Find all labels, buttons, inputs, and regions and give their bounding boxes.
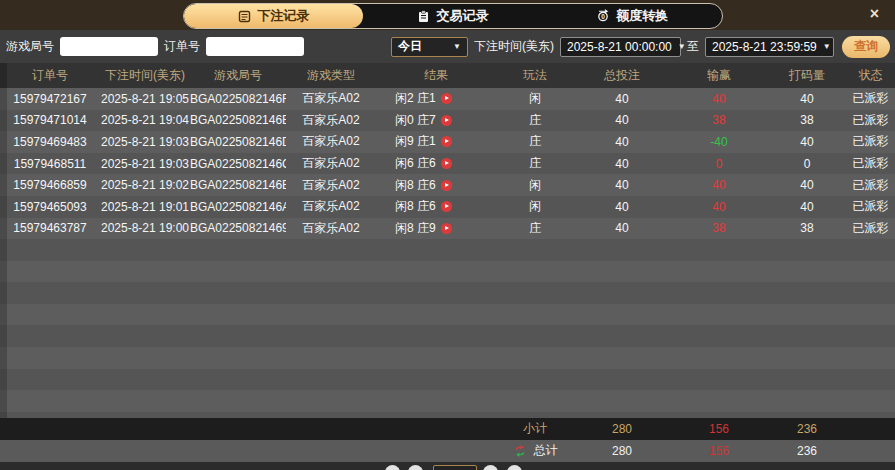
play-icon[interactable] [441, 201, 452, 212]
play-type-cell: 闲 [496, 90, 574, 107]
column-header: 结果 [376, 67, 496, 84]
bet-time-cell: 2025-8-21 19:03 [100, 135, 190, 149]
play-icon[interactable] [441, 223, 452, 234]
subtotal-win: 156 [670, 422, 768, 436]
turnover-cell: 40 [768, 135, 846, 149]
close-icon[interactable]: × [870, 6, 879, 22]
result-cell: 闲0 庄7 [376, 112, 496, 129]
tab-bar: 下注记录 交易记录 0 额度转换 [183, 3, 723, 29]
tab-betting-records[interactable]: 下注记录 [184, 4, 363, 28]
search-button[interactable]: 查询 [842, 36, 890, 58]
refresh-icon[interactable] [513, 444, 527, 458]
subtotal-turnover: 236 [768, 422, 846, 436]
status-badge: 已派彩 [846, 220, 895, 237]
game-type-cell: 百家乐A02 [286, 198, 376, 215]
order-no-input[interactable] [206, 37, 304, 56]
game-type-cell: 百家乐A02 [286, 177, 376, 194]
play-icon[interactable] [441, 180, 452, 191]
turnover-cell: 40 [768, 178, 846, 192]
pagination-first-button[interactable] [385, 465, 400, 470]
game-type-cell: 百家乐A02 [286, 220, 376, 237]
order-no-cell: 15979472167 [0, 92, 100, 106]
status-badge: 已派彩 [846, 155, 895, 172]
column-header: 状态 [846, 67, 895, 84]
table-row: 15979468511 2025-8-21 19:03 BGA022508214… [0, 153, 895, 175]
win-loss-cell: 38 [670, 221, 768, 235]
play-type-cell: 闲 [496, 198, 574, 215]
pagination-next-button[interactable] [483, 465, 498, 470]
ledger-icon [238, 10, 251, 23]
result-text: 闲9 庄1 [395, 133, 436, 150]
game-round-label: 游戏局号 [6, 38, 54, 55]
tab-credit-exchange[interactable]: 0 额度转换 [543, 4, 722, 28]
game-type-cell: 百家乐A02 [286, 133, 376, 150]
play-icon[interactable] [441, 93, 452, 104]
total-bet-cell: 40 [574, 200, 670, 214]
chevron-down-icon: ▼ [823, 42, 831, 51]
time-from-picker[interactable]: 2025-8-21 00:00:00 ▼ [560, 37, 681, 57]
play-icon[interactable] [441, 136, 452, 147]
result-cell: 闲8 庄6 [376, 177, 496, 194]
order-no-cell: 15979471014 [0, 113, 100, 127]
table-row: 15979472167 2025-8-21 19:05 BGA022508214… [0, 88, 895, 110]
top-bar: 下注记录 交易记录 0 额度转换 × [0, 0, 895, 30]
table-row: 15979465093 2025-8-21 19:01 BGA022508214… [0, 196, 895, 218]
game-type-cell: 百家乐A02 [286, 112, 376, 129]
filter-bar: 游戏局号 订单号 今日 ▼ 下注时间(美东) 2025-8-21 00:00:0… [0, 30, 895, 63]
pagination-last-button[interactable] [507, 465, 522, 470]
pagination-prev-button[interactable] [408, 465, 423, 470]
total-bet-cell: 40 [574, 92, 670, 106]
order-no-cell: 15979469483 [0, 135, 100, 149]
win-loss-cell: 40 [670, 92, 768, 106]
time-to-value: 2025-8-21 23:59:59 [712, 40, 817, 54]
order-no-cell: 15979463787 [0, 221, 100, 235]
order-no-cell: 15979468511 [0, 157, 100, 171]
play-icon[interactable] [441, 158, 452, 169]
bet-time-cell: 2025-8-21 19:00 [100, 221, 190, 235]
play-type-cell: 庄 [496, 155, 574, 172]
date-range-select[interactable]: 今日 ▼ [391, 37, 468, 57]
total-bet-cell: 40 [574, 113, 670, 127]
time-to-picker[interactable]: 2025-8-21 23:59:59 ▼ [705, 37, 834, 57]
pagination-bar [0, 462, 895, 470]
result-text: 闲0 庄7 [395, 112, 436, 129]
total-row: 总计 280 156 236 [0, 440, 895, 462]
subtotal-row: 小计 280 156 236 [0, 418, 895, 440]
column-header: 输赢 [670, 67, 768, 84]
column-header: 订单号 [0, 67, 100, 84]
total-bet-cell: 40 [574, 135, 670, 149]
column-header: 游戏局号 [190, 67, 286, 84]
betting-records-window: 下注记录 交易记录 0 额度转换 × [0, 0, 895, 470]
date-range-value: 今日 [398, 38, 422, 55]
subtotal-bet: 280 [574, 422, 670, 436]
result-cell: 闲6 庄6 [376, 155, 496, 172]
pagination-page-input[interactable] [433, 465, 477, 470]
game-round-cell: BGA0225082146B [190, 178, 286, 192]
svg-text:0: 0 [602, 13, 606, 20]
win-loss-cell: 40 [670, 200, 768, 214]
bet-time-cell: 2025-8-21 19:01 [100, 200, 190, 214]
table-row: 15979466859 2025-8-21 19:02 BGA022508214… [0, 174, 895, 196]
to-label: 至 [687, 38, 699, 55]
game-round-input[interactable] [60, 37, 158, 56]
bet-time-cell: 2025-8-21 19:03 [100, 157, 190, 171]
chevron-down-icon: ▼ [678, 42, 686, 51]
turnover-cell: 40 [768, 200, 846, 214]
status-badge: 已派彩 [846, 133, 895, 150]
column-header: 下注时间(美东) [100, 67, 190, 84]
win-loss-cell: 40 [670, 178, 768, 192]
order-no-cell: 15979465093 [0, 200, 100, 214]
total-bet-cell: 40 [574, 178, 670, 192]
play-type-cell: 庄 [496, 133, 574, 150]
bet-time-label: 下注时间(美东) [474, 38, 554, 55]
play-type-cell: 闲 [496, 177, 574, 194]
play-type-cell: 庄 [496, 220, 574, 237]
column-header: 打码量 [768, 67, 846, 84]
play-icon[interactable] [441, 115, 452, 126]
tab-label: 交易记录 [436, 7, 488, 25]
tab-transaction-records[interactable]: 交易记录 [363, 4, 542, 28]
status-badge: 已派彩 [846, 198, 895, 215]
bet-time-cell: 2025-8-21 19:02 [100, 178, 190, 192]
turnover-cell: 0 [768, 157, 846, 171]
result-cell: 闲9 庄1 [376, 133, 496, 150]
